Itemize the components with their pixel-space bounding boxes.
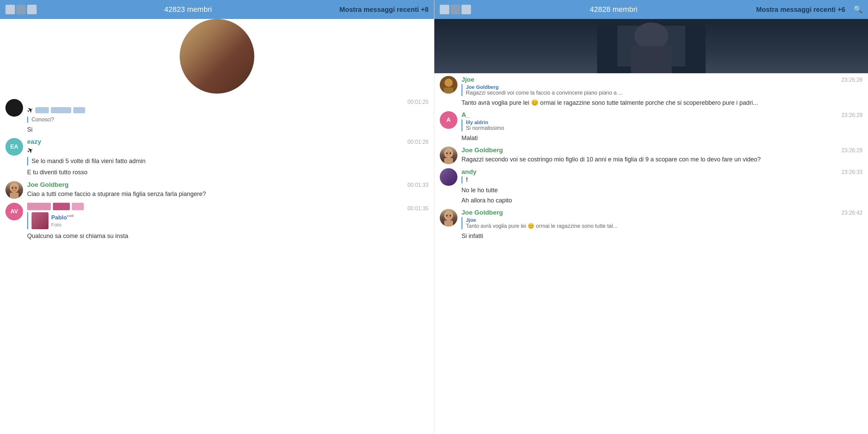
joe-avatar-svg	[5, 181, 23, 199]
avatar: EA	[5, 138, 23, 156]
header-avatar-2	[16, 5, 26, 14]
left-messages-area: 00:01:25 ✈ Conosci? Si EA	[0, 19, 434, 434]
msg-time-4: 00:01:35	[408, 205, 429, 212]
msg-content-r1: Jjoe 23:26:28 Joe Goldberg Ragazzi secon…	[461, 76, 863, 107]
msg-username-r5: Joe Goldberg	[461, 209, 503, 216]
msg-content-r2: A_ 23:26:29 lily aldrin Si normalissimo …	[461, 111, 863, 142]
left-header-avatars	[5, 5, 37, 14]
avatar-initials: EA	[10, 143, 18, 150]
msg-time-r4: 23:26:33	[842, 169, 863, 175]
search-icon[interactable]: 🔍	[853, 5, 863, 14]
left-members-count: 42823 membri	[41, 5, 335, 14]
reply-label-1: Conosci?	[32, 117, 54, 122]
header-avatar-3	[27, 5, 37, 14]
joe2-avatar-svg	[440, 146, 457, 164]
table-row: A A_ 23:26:29 lily aldrin Si normalissim…	[434, 108, 868, 144]
avatar: A	[440, 111, 457, 129]
svg-point-3	[12, 187, 13, 189]
msg-text-r5: Si infatti	[461, 232, 863, 240]
jjoe-avatar-svg	[440, 76, 457, 94]
table-row: andy 23:26:33 ! No le ho tutte Ah allora…	[434, 165, 868, 206]
avatar	[440, 76, 457, 94]
left-recent-messages[interactable]: Mostra messaggi recenti +8	[339, 6, 429, 14]
reply-text-r2: Si normalissimo	[466, 125, 863, 131]
left-header: 42823 membri Mostra messaggi recenti +8	[0, 0, 434, 19]
left-recent-label: Mostra messaggi recenti	[339, 6, 419, 13]
reply-text-r1: Ragazzi secondi voi come la faccio a con…	[466, 90, 863, 96]
msg-time-r5: 23:26:42	[842, 210, 863, 216]
svg-rect-8	[631, 46, 672, 73]
msg-reply-r4: !	[461, 176, 863, 183]
avatar-initials-r2: A	[447, 117, 451, 123]
header-avatar-r1	[440, 5, 449, 14]
avatar-initials-4: AV	[11, 208, 18, 215]
svg-point-13	[446, 151, 452, 157]
avatar	[5, 181, 23, 199]
msg-header-r4: andy 23:26:33	[461, 168, 863, 176]
svg-rect-19	[444, 220, 453, 226]
andy-avatar-inner	[440, 168, 457, 186]
avatar	[5, 99, 23, 117]
right-panel: 42828 membri Mostra messaggi recenti +6 …	[434, 0, 868, 434]
right-header: 42828 membri Mostra messaggi recenti +6 …	[434, 0, 868, 19]
table-row: EA eazy 00:01:26 ✈ Se lo mandi 5 volte d…	[0, 135, 434, 178]
header-avatar-r2	[451, 5, 460, 14]
msg-username-3: Joe Goldberg	[27, 181, 68, 189]
msg-time-r1: 23:26:28	[842, 77, 863, 83]
left-recent-count: +8	[421, 6, 429, 13]
right-top-image	[434, 19, 868, 73]
msg-header-2: eazy 00:01:26	[27, 138, 429, 145]
msg-text-3: Ciao a tutti come faccio a stuprare mia …	[27, 190, 429, 198]
avatar	[440, 168, 457, 186]
reply-main-2: Se lo mandi 5 volte di fila vieni fatto …	[32, 158, 145, 164]
msg-time-2: 00:01:26	[408, 139, 429, 145]
table-row: Jjoe 23:26:28 Joe Goldberg Ragazzi secon…	[434, 73, 868, 108]
reply-type: Foto	[51, 222, 74, 228]
msg-content-4: 00:01:35 Pablocod Foto Qualcuno sa come …	[27, 203, 429, 240]
msg-time-r3: 23:26:29	[842, 147, 863, 154]
left-panel: 42823 membri Mostra messaggi recenti +8 …	[0, 0, 434, 434]
blur-block	[53, 203, 70, 210]
right-members-count: 42828 membri	[475, 5, 752, 14]
msg-time-r2: 23:26:29	[842, 112, 863, 118]
msg-reply-r5: Jjoe Tanto avrà voglia pure lei 😊 ormai …	[461, 217, 863, 229]
right-header-avatars	[440, 5, 471, 14]
reply-thumbnail	[32, 212, 48, 229]
reply-author-r1: Joe Goldberg	[466, 84, 863, 90]
msg-reply-r1: Joe Goldberg Ragazzi secondi voi come la…	[461, 84, 863, 96]
table-row: 00:01:25 ✈ Conosci? Si	[0, 96, 434, 135]
svg-rect-14	[444, 158, 453, 164]
avatar	[440, 146, 457, 164]
msg-content-r5: Joe Goldberg 23:26:42 Jjoe Tanto avrà vo…	[461, 209, 863, 240]
table-row: Joe Goldberg 23:26:29 Ragazzi secondo vo…	[434, 144, 868, 165]
msg-text-4: Qualcuno sa come si chiama su insta	[27, 232, 429, 240]
reply-author-r5: Jjoe	[466, 217, 863, 223]
msg-header-r2: A_ 23:26:29	[461, 111, 863, 119]
avatar	[440, 209, 457, 226]
top-profile-image	[180, 19, 254, 94]
msg-header-r5: Joe Goldberg 23:26:42	[461, 209, 863, 216]
reply-text-r4: !	[466, 176, 863, 183]
avatar: AV	[5, 203, 23, 220]
right-recent-messages[interactable]: Mostra messaggi recenti +6	[756, 6, 845, 14]
reply-name: Pablocod	[51, 214, 74, 221]
msg-username-r1: Jjoe	[461, 76, 474, 83]
msg-content-r4: andy 23:26:33 ! No le ho tutte Ah allora…	[461, 168, 863, 204]
msg-header-3: Joe Goldberg 00:01:33	[27, 181, 429, 189]
table-row: AV 00:01:35 Pablocod	[0, 200, 434, 242]
joe3-avatar-svg	[440, 209, 457, 226]
svg-point-7	[634, 22, 668, 50]
reply-info: Pablocod Foto	[51, 214, 74, 228]
blur-block	[72, 203, 84, 210]
msg-username-2: eazy	[27, 138, 41, 145]
msg-content-r3: Joe Goldberg 23:26:29 Ragazzi secondo vo…	[461, 146, 863, 164]
msg-extra-2: E tu diventi tutto rosso	[27, 168, 429, 177]
svg-point-21	[450, 215, 451, 216]
table-row: Joe Goldberg 23:26:42 Jjoe Tanto avrà vo…	[434, 206, 868, 242]
msg-text-1: Si	[27, 125, 429, 134]
msg-text-r4: No le ho tutte	[461, 186, 863, 195]
blurred-bar-1: ✈	[27, 106, 429, 115]
msg-reply-1: Conosci?	[27, 117, 429, 123]
header-avatar-r3	[461, 5, 471, 14]
msg-text-r3: Ragazzi secondo voi se costringo mio fig…	[461, 155, 863, 164]
